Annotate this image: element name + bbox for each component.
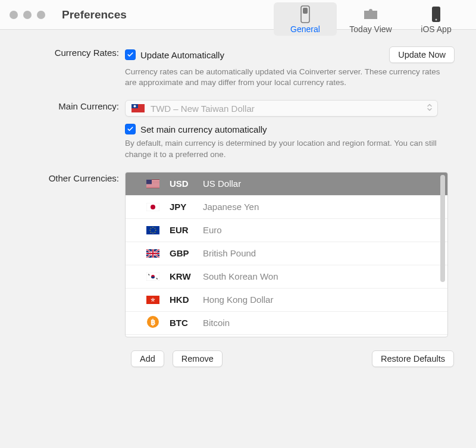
flag-gb-icon bbox=[146, 249, 159, 258]
puzzle-icon bbox=[342, 5, 400, 23]
currency-name: Japanese Yen bbox=[203, 202, 259, 212]
checkbox-label: Set main currency automatically bbox=[140, 124, 267, 134]
currency-code: KRW bbox=[170, 271, 203, 281]
currency-row-jpy[interactable]: JPY Japanese Yen bbox=[126, 196, 447, 219]
svg-rect-13 bbox=[146, 187, 159, 187]
tab-ios-app[interactable]: iOS App bbox=[405, 2, 468, 36]
flag-eu-icon bbox=[146, 226, 159, 234]
tab-today-view[interactable]: Today View bbox=[339, 2, 402, 36]
svg-rect-1 bbox=[303, 8, 308, 14]
checkbox-checked-icon bbox=[125, 124, 136, 134]
currency-rates-row: Currency Rates: Update Automatically Upd… bbox=[0, 46, 463, 88]
checkbox-label: Update Automatically bbox=[140, 50, 224, 60]
tab-general[interactable]: General bbox=[274, 2, 337, 36]
currency-rates-description: Currency rates can be automatically upda… bbox=[125, 67, 463, 88]
svg-rect-11 bbox=[146, 184, 159, 184]
currency-row-usd[interactable]: USD US Dollar bbox=[126, 173, 447, 196]
traffic-close-icon[interactable] bbox=[10, 11, 18, 19]
currency-row-krw[interactable]: KRW South Korean Won bbox=[126, 265, 447, 289]
currency-code: EUR bbox=[170, 225, 203, 235]
restore-defaults-button[interactable]: Restore Defaults bbox=[372, 350, 454, 367]
svg-point-23 bbox=[155, 228, 155, 228]
switch-icon bbox=[276, 5, 334, 23]
currency-row-eur[interactable]: EUR Euro bbox=[126, 219, 447, 242]
traffic-minimize-icon[interactable] bbox=[23, 11, 32, 19]
remove-button[interactable]: Remove bbox=[173, 350, 223, 367]
select-value: TWD – New Taiwan Dollar bbox=[151, 104, 255, 114]
svg-point-18 bbox=[152, 227, 153, 227]
svg-point-3 bbox=[436, 19, 437, 21]
main-currency-row: Main Currency: TWD – New Taiwan Dollar bbox=[0, 100, 463, 159]
traffic-lights bbox=[10, 11, 45, 19]
other-currencies-list[interactable]: USD US Dollar JPY Japanese Yen EUR Euro bbox=[125, 172, 448, 337]
currency-code: USD bbox=[170, 178, 203, 189]
currency-name: US Dollar bbox=[203, 178, 241, 189]
scrollbar-thumb[interactable] bbox=[440, 175, 445, 282]
flag-kr-icon bbox=[146, 272, 159, 281]
currency-name: Bitcoin bbox=[203, 318, 230, 328]
currency-code: HKD bbox=[170, 295, 203, 305]
currency-row-hkd[interactable]: HKD Hong Kong Dollar bbox=[126, 289, 447, 312]
currency-name: British Pound bbox=[203, 248, 256, 258]
set-main-currency-auto-checkbox[interactable]: Set main currency automatically bbox=[125, 124, 463, 134]
svg-point-22 bbox=[151, 228, 151, 228]
tab-label: General bbox=[276, 24, 334, 34]
main-currency-select[interactable]: TWD – New Taiwan Dollar bbox=[125, 100, 438, 117]
flag-tw-icon bbox=[131, 104, 145, 112]
svg-point-6 bbox=[134, 105, 136, 108]
currency-name: South Korean Won bbox=[203, 271, 278, 281]
currency-row-btc[interactable]: ฿ BTC Bitcoin bbox=[126, 312, 447, 335]
tab-label: Today View bbox=[342, 24, 400, 34]
other-currencies-row: Other Currencies: USD US Dollar JPY Japa… bbox=[0, 172, 463, 337]
svg-point-21 bbox=[155, 230, 156, 230]
svg-point-20 bbox=[150, 230, 151, 230]
svg-point-19 bbox=[152, 233, 153, 233]
currency-rates-label: Currency Rates: bbox=[0, 46, 125, 88]
chevron-updown-icon bbox=[427, 103, 433, 114]
currency-code: BTC bbox=[170, 318, 203, 328]
tab-label: iOS App bbox=[407, 24, 465, 34]
update-now-button[interactable]: Update Now bbox=[389, 46, 455, 63]
svg-text:฿: ฿ bbox=[151, 318, 155, 327]
flag-us-icon bbox=[146, 180, 159, 188]
bottom-button-bar: Add Remove Restore Defaults bbox=[131, 350, 454, 367]
phone-icon bbox=[407, 5, 465, 23]
preferences-panel: Currency Rates: Update Automatically Upd… bbox=[0, 30, 476, 379]
traffic-zoom-icon[interactable] bbox=[37, 11, 45, 19]
preferences-toolbar: General Today View iOS App bbox=[274, 2, 468, 36]
currency-row-gbp[interactable]: GBP British Pound bbox=[126, 242, 447, 265]
add-button[interactable]: Add bbox=[131, 350, 164, 367]
svg-rect-12 bbox=[146, 186, 159, 186]
flag-jp-icon bbox=[146, 203, 159, 211]
svg-rect-14 bbox=[146, 180, 152, 184]
window-title: Preferences bbox=[62, 8, 127, 21]
other-currencies-label: Other Currencies: bbox=[0, 172, 125, 337]
currency-name: Euro bbox=[203, 225, 222, 235]
main-currency-label: Main Currency: bbox=[0, 100, 125, 159]
update-automatically-checkbox[interactable]: Update Automatically bbox=[125, 49, 224, 60]
svg-point-24 bbox=[151, 232, 151, 233]
currency-name: Hong Kong Dollar bbox=[203, 295, 273, 305]
svg-point-16 bbox=[151, 205, 155, 209]
flag-hk-icon bbox=[146, 296, 159, 304]
svg-point-25 bbox=[155, 232, 155, 233]
main-currency-description: By default, main currency is determined … bbox=[125, 138, 463, 159]
bitcoin-icon: ฿ bbox=[147, 316, 159, 330]
currency-code: JPY bbox=[170, 202, 203, 212]
currency-code: GBP bbox=[170, 248, 203, 258]
checkbox-checked-icon bbox=[125, 49, 136, 60]
